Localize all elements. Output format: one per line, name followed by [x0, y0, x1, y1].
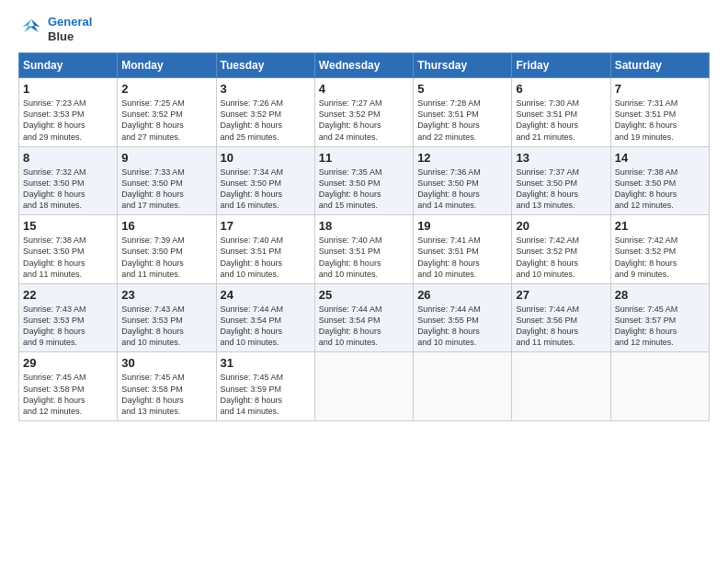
day-cell	[314, 352, 413, 421]
day-details: Sunrise: 7:38 AMSunset: 3:50 PMDaylight:…	[615, 167, 705, 212]
day-details: Sunrise: 7:43 AMSunset: 3:53 PMDaylight:…	[23, 304, 113, 349]
day-cell: 15Sunrise: 7:38 AMSunset: 3:50 PMDayligh…	[19, 215, 118, 284]
day-number: 18	[319, 219, 409, 233]
day-cell: 8Sunrise: 7:32 AMSunset: 3:50 PMDaylight…	[19, 146, 118, 215]
day-cell: 30Sunrise: 7:45 AMSunset: 3:58 PMDayligh…	[118, 352, 216, 421]
day-details: Sunrise: 7:31 AMSunset: 3:51 PMDaylight:…	[615, 98, 705, 143]
day-number: 17	[221, 219, 311, 233]
day-details: Sunrise: 7:25 AMSunset: 3:52 PMDaylight:…	[121, 98, 211, 143]
day-cell: 5Sunrise: 7:28 AMSunset: 3:51 PMDaylight…	[414, 78, 512, 147]
day-number: 22	[23, 288, 113, 302]
day-number: 27	[516, 288, 606, 302]
week-row-4: 22Sunrise: 7:43 AMSunset: 3:53 PMDayligh…	[19, 283, 710, 352]
day-cell: 4Sunrise: 7:27 AMSunset: 3:52 PMDaylight…	[314, 78, 413, 147]
day-details: Sunrise: 7:40 AMSunset: 3:51 PMDaylight:…	[221, 235, 311, 280]
day-details: Sunrise: 7:45 AMSunset: 3:58 PMDaylight:…	[23, 372, 113, 417]
day-header-sunday: Sunday	[19, 53, 118, 78]
day-header-thursday: Thursday	[414, 53, 512, 78]
day-cell: 29Sunrise: 7:45 AMSunset: 3:58 PMDayligh…	[19, 352, 118, 421]
day-cell: 27Sunrise: 7:44 AMSunset: 3:56 PMDayligh…	[512, 283, 610, 352]
day-cell: 24Sunrise: 7:44 AMSunset: 3:54 PMDayligh…	[216, 283, 314, 352]
day-details: Sunrise: 7:44 AMSunset: 3:56 PMDaylight:…	[516, 304, 606, 349]
day-details: Sunrise: 7:44 AMSunset: 3:54 PMDaylight:…	[221, 304, 311, 349]
day-number: 20	[516, 219, 606, 233]
day-details: Sunrise: 7:33 AMSunset: 3:50 PMDaylight:…	[121, 167, 211, 212]
day-cell	[512, 352, 610, 421]
day-number: 24	[221, 288, 311, 302]
day-cell: 3Sunrise: 7:26 AMSunset: 3:52 PMDaylight…	[216, 78, 314, 147]
day-number: 23	[121, 288, 211, 302]
day-cell: 18Sunrise: 7:40 AMSunset: 3:51 PMDayligh…	[314, 215, 413, 284]
day-cell: 2Sunrise: 7:25 AMSunset: 3:52 PMDaylight…	[118, 78, 216, 147]
day-cell: 10Sunrise: 7:34 AMSunset: 3:50 PMDayligh…	[216, 146, 314, 215]
week-row-1: 1Sunrise: 7:23 AMSunset: 3:53 PMDaylight…	[19, 78, 710, 147]
day-number: 28	[615, 288, 705, 302]
day-number: 5	[417, 82, 507, 96]
day-header-saturday: Saturday	[610, 53, 709, 78]
day-number: 3	[221, 82, 311, 96]
day-details: Sunrise: 7:37 AMSunset: 3:50 PMDaylight:…	[516, 167, 606, 212]
day-details: Sunrise: 7:45 AMSunset: 3:59 PMDaylight:…	[221, 372, 311, 417]
day-cell: 6Sunrise: 7:30 AMSunset: 3:51 PMDaylight…	[512, 78, 610, 147]
day-cell: 26Sunrise: 7:44 AMSunset: 3:55 PMDayligh…	[414, 283, 512, 352]
day-cell: 14Sunrise: 7:38 AMSunset: 3:50 PMDayligh…	[610, 146, 709, 215]
day-number: 25	[319, 288, 409, 302]
day-cell: 17Sunrise: 7:40 AMSunset: 3:51 PMDayligh…	[216, 215, 314, 284]
day-number: 9	[121, 151, 211, 165]
day-details: Sunrise: 7:45 AMSunset: 3:57 PMDaylight:…	[615, 304, 705, 349]
logo-bird-icon	[18, 17, 44, 42]
day-number: 21	[615, 219, 705, 233]
day-cell: 1Sunrise: 7:23 AMSunset: 3:53 PMDaylight…	[19, 78, 118, 147]
header-row: SundayMondayTuesdayWednesdayThursdayFrid…	[19, 53, 710, 78]
day-number: 4	[319, 82, 409, 96]
day-number: 11	[319, 151, 409, 165]
day-cell: 25Sunrise: 7:44 AMSunset: 3:54 PMDayligh…	[314, 283, 413, 352]
day-number: 13	[516, 151, 606, 165]
day-details: Sunrise: 7:35 AMSunset: 3:50 PMDaylight:…	[319, 167, 409, 212]
day-cell: 20Sunrise: 7:42 AMSunset: 3:52 PMDayligh…	[512, 215, 610, 284]
day-header-tuesday: Tuesday	[216, 53, 314, 78]
day-cell	[414, 352, 512, 421]
day-number: 6	[516, 82, 606, 96]
day-details: Sunrise: 7:42 AMSunset: 3:52 PMDaylight:…	[516, 235, 606, 280]
day-details: Sunrise: 7:44 AMSunset: 3:55 PMDaylight:…	[417, 304, 507, 349]
header: General Blue	[18, 15, 710, 43]
week-row-5: 29Sunrise: 7:45 AMSunset: 3:58 PMDayligh…	[19, 352, 710, 421]
svg-marker-1	[23, 19, 33, 32]
day-details: Sunrise: 7:40 AMSunset: 3:51 PMDaylight:…	[319, 235, 409, 280]
day-cell: 16Sunrise: 7:39 AMSunset: 3:50 PMDayligh…	[118, 215, 216, 284]
day-details: Sunrise: 7:41 AMSunset: 3:51 PMDaylight:…	[417, 235, 507, 280]
day-cell: 23Sunrise: 7:43 AMSunset: 3:53 PMDayligh…	[118, 283, 216, 352]
day-number: 26	[417, 288, 507, 302]
day-details: Sunrise: 7:34 AMSunset: 3:50 PMDaylight:…	[221, 167, 311, 212]
day-details: Sunrise: 7:44 AMSunset: 3:54 PMDaylight:…	[319, 304, 409, 349]
day-cell: 22Sunrise: 7:43 AMSunset: 3:53 PMDayligh…	[19, 283, 118, 352]
day-cell: 12Sunrise: 7:36 AMSunset: 3:50 PMDayligh…	[414, 146, 512, 215]
day-details: Sunrise: 7:38 AMSunset: 3:50 PMDaylight:…	[23, 235, 113, 280]
day-number: 12	[417, 151, 507, 165]
day-details: Sunrise: 7:26 AMSunset: 3:52 PMDaylight:…	[221, 98, 311, 143]
day-header-monday: Monday	[118, 53, 216, 78]
day-details: Sunrise: 7:32 AMSunset: 3:50 PMDaylight:…	[23, 167, 113, 212]
day-number: 29	[23, 356, 113, 370]
day-number: 19	[417, 219, 507, 233]
day-details: Sunrise: 7:43 AMSunset: 3:53 PMDaylight:…	[121, 304, 211, 349]
svg-marker-0	[29, 19, 40, 32]
day-details: Sunrise: 7:30 AMSunset: 3:51 PMDaylight:…	[516, 98, 606, 143]
day-cell: 11Sunrise: 7:35 AMSunset: 3:50 PMDayligh…	[314, 146, 413, 215]
day-details: Sunrise: 7:23 AMSunset: 3:53 PMDaylight:…	[23, 98, 113, 143]
day-details: Sunrise: 7:39 AMSunset: 3:50 PMDaylight:…	[121, 235, 211, 280]
day-number: 8	[23, 151, 113, 165]
day-number: 2	[121, 82, 211, 96]
day-number: 14	[615, 151, 705, 165]
week-row-3: 15Sunrise: 7:38 AMSunset: 3:50 PMDayligh…	[19, 215, 710, 284]
day-number: 30	[121, 356, 211, 370]
day-cell: 31Sunrise: 7:45 AMSunset: 3:59 PMDayligh…	[216, 352, 314, 421]
day-number: 10	[221, 151, 311, 165]
day-cell: 21Sunrise: 7:42 AMSunset: 3:52 PMDayligh…	[610, 215, 709, 284]
day-cell: 28Sunrise: 7:45 AMSunset: 3:57 PMDayligh…	[610, 283, 709, 352]
week-row-2: 8Sunrise: 7:32 AMSunset: 3:50 PMDaylight…	[19, 146, 710, 215]
logo: General Blue	[18, 15, 92, 43]
calendar-table: SundayMondayTuesdayWednesdayThursdayFrid…	[18, 52, 710, 421]
day-number: 15	[23, 219, 113, 233]
